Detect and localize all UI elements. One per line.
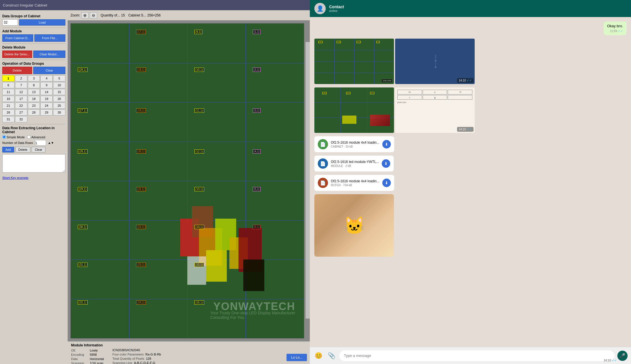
left-sidebar: Data Groups of Cabinet Load Add Module F…	[0, 10, 68, 364]
message-input[interactable]	[339, 350, 615, 361]
num-data-rows-label: Number of Data Rows	[2, 141, 33, 145]
led-canvas[interactable]: (17,1) (9,1) (1,1) (28,1) (18,1) (10,1) …	[70, 23, 304, 338]
num-cell-31[interactable]: 31	[2, 116, 14, 122]
file-icon-2: 📄	[318, 158, 328, 169]
scanning-line-label: Scanning Line	[113, 361, 132, 364]
from-file-button[interactable]: From File...	[34, 34, 65, 42]
num-cell-8[interactable]: 8	[28, 82, 40, 88]
watermark-tagline: Your Trusty One-stop LED Display Manufac…	[210, 311, 295, 320]
media-thumb-4[interactable]: 1c e ↑f c g front view	[395, 87, 475, 133]
num-cell-6[interactable]: 6	[2, 82, 14, 88]
num-cell-13[interactable]: 13	[28, 89, 40, 95]
num-cell-3[interactable]: 3	[28, 75, 40, 81]
clear-data-btn[interactable]: Clear	[32, 147, 45, 152]
media-thumb-1[interactable]: (28) (19) (11) (3) 256x256	[314, 39, 394, 84]
module-label: (6,1)	[253, 225, 261, 229]
delete-sel-button[interactable]: Delete the Selec...	[2, 51, 32, 58]
data-groups-spinner[interactable]	[2, 19, 18, 26]
from-cabinet-button[interactable]: From Cabinet D...	[2, 34, 33, 42]
num-cell-17[interactable]: 17	[15, 96, 27, 102]
watermark-brand: YONWAYTECH	[213, 300, 295, 313]
num-cell-18[interactable]: 18	[28, 96, 40, 102]
scanning-label: Scanning	[71, 361, 88, 364]
num-cell-15[interactable]: 15	[53, 89, 65, 95]
encoding-value: 5958	[90, 353, 97, 356]
num-cell-32[interactable]: 32	[15, 116, 27, 122]
num-cell-11[interactable]: 11	[2, 89, 14, 95]
module-label: (14,1)	[194, 225, 204, 229]
advanced-radio[interactable]: Advanced	[27, 135, 45, 139]
simple-mode-radio[interactable]: Simple Mode	[2, 135, 25, 139]
num-cell-22[interactable]: 22	[15, 102, 27, 109]
file3-name: Of2.5-1616 module 4x4 loadin...	[331, 179, 379, 183]
num-cell-5[interactable]: 5	[53, 75, 65, 81]
media-time-1: 14:10	[459, 79, 466, 82]
module-label: (23,1)	[136, 263, 146, 267]
emoji-button[interactable]: 😊	[313, 351, 323, 361]
file1-name: Of2.5-1616 module 4x4 loadin...	[331, 141, 379, 145]
file-icon-1: 📄	[318, 139, 328, 149]
num-cell-16[interactable]: 16	[2, 96, 14, 102]
num-cell-9[interactable]: 9	[40, 82, 53, 88]
shortkey-link[interactable]: Short-Key prompts	[2, 176, 28, 179]
file2-name: Of2.5-1616 led module-YWTL...	[331, 160, 379, 164]
module-label: (32,1)	[78, 300, 88, 305]
attach-button[interactable]: 📎	[326, 351, 337, 361]
zoom-in-button[interactable]: ⊕	[81, 12, 89, 18]
num-cell-10[interactable]: 10	[53, 82, 65, 88]
num-cell-20[interactable]: 20	[53, 96, 65, 102]
media-thumb-3[interactable]: (28) (20) (12)	[314, 87, 394, 133]
data-value: Horizontal	[90, 357, 104, 361]
toolbar: Zoom: ⊕ ⊖ Quantity of... 15 Cabinet S...…	[68, 10, 310, 20]
num-cell-24[interactable]: 24	[40, 102, 53, 109]
oe-value: Lowly	[90, 349, 98, 352]
wa-messages[interactable]: Okay bro. 11:59 ✓✓ (28)	[310, 17, 631, 347]
sent-time: 11:59	[610, 30, 617, 33]
delete-data-btn[interactable]: Delete	[15, 147, 31, 152]
clear-module-button[interactable]: Clear Modul...	[33, 51, 65, 58]
scanning-value: 1/16 scan	[90, 361, 103, 364]
canvas-wrapper[interactable]: (17,1) (9,1) (1,1) (28,1) (18,1) (10,1) …	[68, 20, 310, 341]
send-button[interactable]: 🎤	[617, 351, 628, 361]
data-textarea[interactable]	[2, 154, 65, 173]
delete-op-button[interactable]: Delete	[2, 67, 32, 74]
canvas-area: Zoom: ⊕ ⊖ Quantity of... 15 Cabinet S...…	[68, 10, 310, 364]
num-data-rows-input[interactable]	[35, 140, 46, 146]
module-label: (3,1)	[253, 108, 261, 113]
num-cell-25[interactable]: 25	[53, 102, 65, 109]
num-cell-30[interactable]: 30	[53, 109, 65, 116]
num-cell-1[interactable]: 1	[2, 75, 14, 81]
module-label: (27,1)	[78, 108, 88, 113]
zoom-out-button[interactable]: ⊖	[90, 12, 97, 18]
num-cell-26[interactable]: 26	[2, 109, 14, 116]
num-cell-27[interactable]: 27	[15, 109, 27, 116]
num-cell-21[interactable]: 21	[2, 102, 14, 109]
num-cell-29[interactable]: 29	[40, 109, 53, 116]
num-cell-2[interactable]: 2	[15, 75, 27, 81]
add-data-btn[interactable]: Add	[2, 147, 14, 152]
media-thumb-2[interactable]	[395, 39, 475, 84]
num-cell-28[interactable]: 28	[28, 109, 40, 116]
vertical-scrollbar[interactable]	[305, 31, 310, 319]
bottom-button[interactable]: Lo Lo...	[287, 354, 307, 361]
file1-meta: CABINET · 33 kB	[331, 145, 379, 148]
zoom-label: Zoom:	[70, 13, 80, 17]
module-label: (4,1)	[253, 149, 261, 154]
num-cell-19[interactable]: 19	[40, 96, 53, 102]
module-label: (31,1)	[78, 263, 88, 267]
num-cell-23[interactable]: 23	[28, 102, 40, 109]
module-label: (11,1)	[194, 108, 204, 113]
four-color-label: Four-color Parameters	[113, 353, 144, 356]
download-btn-1[interactable]: ⬇	[382, 140, 391, 148]
num-cell-7[interactable]: 7	[15, 82, 27, 88]
ic-value: ICN2038S/ICN2045	[113, 348, 140, 352]
num-cell-4[interactable]: 4	[40, 75, 53, 81]
download-btn-3[interactable]: ⬇	[382, 179, 391, 187]
module-label: (18,1)	[136, 68, 146, 72]
num-cell-12[interactable]: 12	[15, 89, 27, 95]
module-label: (29,1)	[78, 187, 88, 191]
load-button[interactable]: Load	[19, 19, 65, 26]
clear-op-button[interactable]: Clear	[33, 67, 65, 74]
num-cell-14[interactable]: 14	[40, 89, 53, 95]
download-btn-2[interactable]: ⬇	[382, 159, 390, 168]
